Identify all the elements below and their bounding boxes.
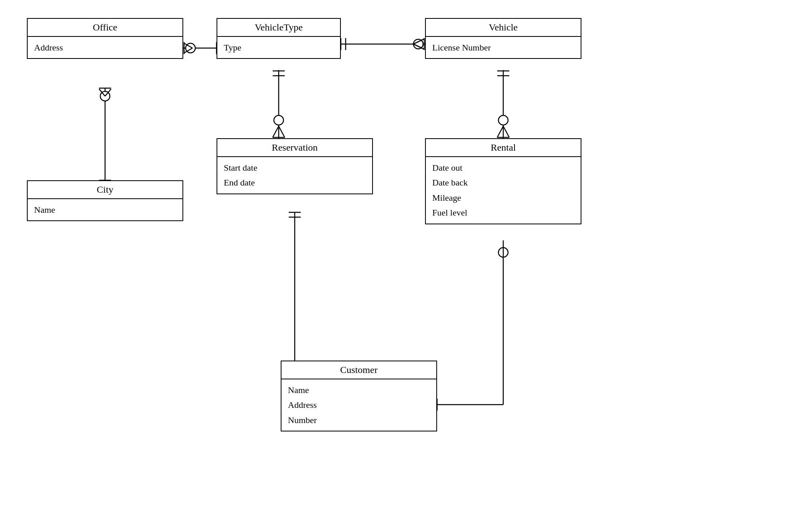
- entity-rental-attr-3: Fuel level: [432, 205, 574, 220]
- diagram-svg: [0, 0, 812, 516]
- entity-reservation-attr-0: Start date: [224, 160, 366, 175]
- entity-customer: Customer Name Address Number: [281, 361, 437, 431]
- entity-rental-title: Rental: [426, 139, 581, 157]
- entity-vehicle: Vehicle License Number: [425, 18, 581, 59]
- svg-line-27: [273, 126, 279, 137]
- entity-vehicle-attrs: License Number: [426, 37, 581, 58]
- svg-point-11: [413, 39, 423, 49]
- entity-reservation-attr-1: End date: [224, 175, 366, 190]
- entity-rental-attrs: Date out Date back Mileage Fuel level: [426, 157, 581, 224]
- entity-rental-attr-2: Mileage: [432, 190, 574, 205]
- entity-customer-attr-1: Address: [288, 397, 430, 412]
- svg-point-23: [274, 115, 283, 125]
- entity-office-title: Office: [28, 19, 182, 37]
- diagram-container: Office Address VehicleType Type Vehicle …: [0, 0, 812, 516]
- entity-rental-attr-0: Date out: [432, 160, 574, 175]
- svg-point-32: [498, 115, 508, 125]
- entity-vehicletype-attr-0: Type: [224, 40, 334, 55]
- svg-line-34: [497, 126, 503, 137]
- entity-city-attr-0: Name: [34, 202, 176, 217]
- entity-city: City Name: [27, 180, 183, 221]
- entity-vehicle-attr-0: License Number: [432, 40, 574, 55]
- entity-vehicletype: VehicleType Type: [217, 18, 341, 59]
- entity-vehicletype-title: VehicleType: [217, 19, 340, 37]
- entity-reservation: Reservation Start date End date: [217, 138, 373, 194]
- entity-office-attr-0: Address: [34, 40, 176, 55]
- svg-line-28: [279, 126, 285, 137]
- entity-customer-attrs: Name Address Number: [281, 379, 436, 431]
- entity-customer-title: Customer: [281, 361, 436, 379]
- entity-customer-attr-0: Name: [288, 383, 430, 397]
- entity-rental-attr-1: Date back: [432, 175, 574, 190]
- entity-reservation-attrs: Start date End date: [217, 157, 372, 194]
- entity-vehicle-title: Vehicle: [426, 19, 581, 37]
- entity-city-attrs: Name: [28, 199, 182, 220]
- entity-vehicletype-attrs: Type: [217, 37, 340, 58]
- entity-office: Office Address: [27, 18, 183, 59]
- entity-city-title: City: [28, 181, 182, 199]
- entity-reservation-title: Reservation: [217, 139, 372, 157]
- entity-customer-attr-2: Number: [288, 413, 430, 427]
- entity-office-attrs: Address: [28, 37, 182, 58]
- svg-line-35: [503, 126, 509, 137]
- entity-rental: Rental Date out Date back Mileage Fuel l…: [425, 138, 581, 224]
